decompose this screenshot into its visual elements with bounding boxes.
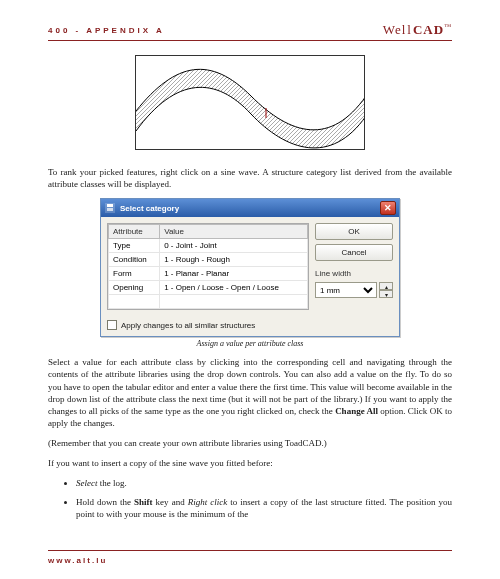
bullet2-rightclick: Right click: [188, 497, 228, 507]
brand-tm: ™: [444, 23, 452, 31]
table-header-row: Attribute Value: [109, 225, 308, 239]
spin-down-button[interactable]: ▾: [379, 290, 393, 298]
list-item: Hold down the Shift key and Right click …: [76, 496, 452, 520]
table-row[interactable]: Condition1 - Rough - Rough: [109, 253, 308, 267]
brand-post: CAD: [413, 22, 444, 37]
apply-all-checkbox[interactable]: [107, 320, 117, 330]
chevron-up-icon: ▴: [385, 283, 388, 290]
table-row: [109, 295, 308, 309]
svg-rect-2: [107, 204, 113, 207]
cell-attr[interactable]: Type: [109, 239, 160, 253]
ok-button[interactable]: OK: [315, 223, 393, 240]
bullet1-rest: the log.: [98, 478, 127, 488]
table-row[interactable]: Form1 - Planar - Planar: [109, 267, 308, 281]
cancel-button[interactable]: Cancel: [315, 244, 393, 261]
cell-val[interactable]: 1 - Open / Loose - Open / Loose: [160, 281, 308, 295]
table-row[interactable]: Type0 - Joint - Joint: [109, 239, 308, 253]
spin-up-button[interactable]: ▴: [379, 282, 393, 290]
close-icon: ✕: [384, 203, 392, 213]
cell-val[interactable]: 0 - Joint - Joint: [160, 239, 308, 253]
paragraph-insert-copy: If you want to insert a copy of the sine…: [48, 457, 452, 469]
brand-logo: WellCAD™: [383, 22, 452, 38]
cell-attr[interactable]: Condition: [109, 253, 160, 267]
bullet-list: Select the log. Hold down the Shift key …: [76, 477, 452, 519]
paragraph-remember: (Remember that you can create your own a…: [48, 437, 452, 449]
header-bar: 400 - APPENDIX A WellCAD™: [48, 22, 452, 41]
bullet2-shift: Shift: [134, 497, 153, 507]
sine-wave-figure: [135, 55, 365, 150]
col-value[interactable]: Value: [160, 225, 308, 239]
svg-rect-3: [107, 208, 113, 211]
footer-bar: www.alt.lu: [48, 550, 452, 565]
footer-url: www.alt.lu: [48, 556, 107, 565]
cell-val[interactable]: 1 - Planar - Planar: [160, 267, 308, 281]
paragraph-select-value: Select a value for each attribute class …: [48, 356, 452, 429]
dialog-icon: [104, 202, 116, 214]
cell-attr[interactable]: Form: [109, 267, 160, 281]
attribute-table[interactable]: Attribute Value Type0 - Joint - Joint Co…: [107, 223, 309, 310]
dialog-side-column: OK Cancel Line width 1 mm ▴ ▾: [315, 223, 393, 310]
bullet2-mid: key and: [153, 497, 188, 507]
close-button[interactable]: ✕: [380, 201, 396, 215]
table-row[interactable]: Opening1 - Open / Loose - Open / Loose: [109, 281, 308, 295]
figure-caption: Assign a value per attribute class: [48, 339, 452, 348]
bullet1-italic: Select: [76, 478, 98, 488]
select-category-dialog: Select category ✕ Attribute Value Type0 …: [100, 198, 400, 337]
header-left: 400 - APPENDIX A: [48, 26, 165, 35]
cell-attr[interactable]: Opening: [109, 281, 160, 295]
chevron-down-icon: ▾: [385, 291, 388, 298]
list-item: Select the log.: [76, 477, 452, 489]
apply-all-label: Apply changes to all similar structures: [121, 321, 255, 330]
dialog-titlebar: Select category ✕: [101, 199, 399, 217]
bullet2-pre: Hold down the: [76, 497, 134, 507]
brand-pre: Wel: [383, 22, 407, 37]
linewidth-label: Line width: [315, 269, 393, 278]
cell-val[interactable]: 1 - Rough - Rough: [160, 253, 308, 267]
col-attribute[interactable]: Attribute: [109, 225, 160, 239]
paragraph-intro: To rank your picked features, right clic…: [48, 166, 452, 190]
change-all-bold: Change All: [335, 406, 378, 416]
dialog-title: Select category: [120, 204, 179, 213]
brand-sep: l: [406, 22, 413, 37]
linewidth-select[interactable]: 1 mm: [315, 282, 377, 298]
